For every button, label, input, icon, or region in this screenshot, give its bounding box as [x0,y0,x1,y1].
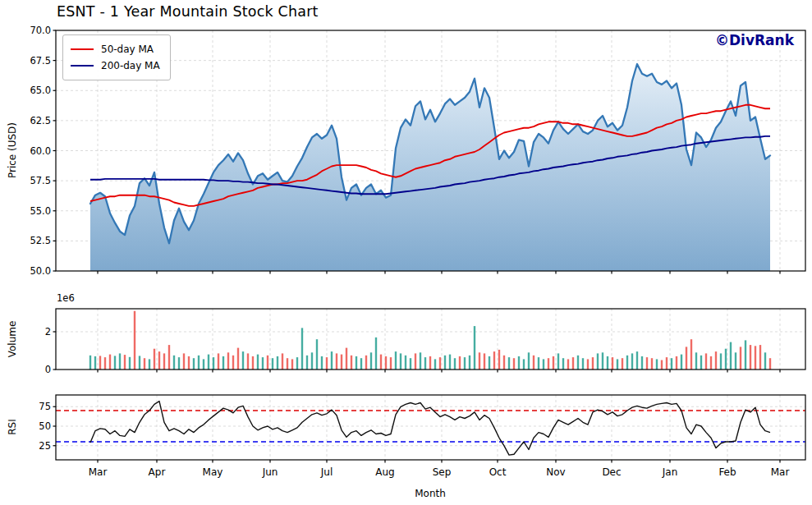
volume-bar [626,356,628,370]
volume-bar [474,326,475,370]
month-tick-label: Aug [367,466,403,478]
volume-bar [725,349,727,370]
volume-bar [617,359,618,370]
volume-bar [237,348,239,370]
volume-bar [523,359,525,370]
volume-bar [518,356,520,370]
month-tick-label: Dec [594,466,630,478]
volume-bar [114,356,116,370]
volume-bar [287,358,288,370]
volume-bar [291,359,293,370]
rsi-grid [56,395,805,460]
volume-bar [533,356,534,370]
volume-bar [587,359,589,370]
volume-bar [129,357,131,370]
volume-bar [385,356,387,370]
price-tick-label: 55.0 [18,205,51,217]
rsi-tick-label: 50 [18,420,51,432]
volume-bar [222,356,224,370]
volume-bar [316,339,318,370]
volume-bar [695,352,697,370]
volume-bar [390,357,392,370]
volume-bar [631,353,633,370]
volume-bar [459,356,461,370]
volume-bar [277,356,278,370]
volume-bar [267,356,268,370]
volume-tick-label: 0 [18,364,51,375]
ma50-line-swatch [71,48,94,50]
volume-bar [301,328,303,370]
month-tick-label: Jul [309,466,345,478]
volume-bar [572,357,574,370]
volume-bar [149,359,150,370]
month-tick-label: Feb [709,466,745,478]
month-tick-label: Nov [538,466,574,478]
volume-bar [666,357,667,370]
month-tick-label: Jun [252,466,288,478]
volume-bar [715,351,717,370]
volume-bar [577,356,579,370]
price-tick-label: 52.5 [18,235,51,246]
price-tick-label: 70.0 [18,25,51,36]
legend-item-ma200: 200-day MA [71,57,160,74]
volume-tick-label: 2 [18,326,51,337]
volume-bar [676,356,677,370]
legend-label-ma200: 200-day MA [101,60,160,71]
volume-bar [213,357,214,370]
volume-bar [252,356,254,370]
volume-bar [498,350,500,370]
chart-title: ESNT - 1 Year Mountain Stock Chart [57,3,319,20]
volume-bar [168,345,170,370]
volume-bar [764,352,766,370]
volume-bar [769,358,771,370]
volume-bar [700,356,702,370]
volume-bar [646,357,648,370]
month-tick-label: Apr [139,466,175,478]
volume-bar [306,356,308,370]
volume-bar [365,356,367,370]
volume-bar [193,358,195,370]
volume-bar [242,351,244,370]
volume-bar [395,351,397,370]
volume-axis-label: Volume [7,321,18,358]
volume-scale-offset: 1e6 [57,292,75,304]
ma200-line-swatch [71,65,94,67]
volume-bar [144,358,145,370]
volume-bar [227,352,229,370]
volume-bar [375,337,377,370]
volume-bar [109,355,111,370]
volume-bar [173,356,175,370]
volume-bar [656,359,658,370]
volume-bar [489,356,490,370]
volume-bar [720,353,722,370]
volume-bar [759,345,761,370]
volume-bar [602,352,603,370]
volume-bar [321,356,323,370]
volume-bar [567,359,569,370]
volume-bar [612,357,613,370]
volume-bar [454,358,456,370]
volume-bar [410,358,411,370]
volume-bar [538,357,539,370]
price-mountain-fill [90,64,770,271]
volume-bar [543,359,544,370]
volume-bar [415,353,416,370]
volume-bar [311,352,313,370]
volume-bar [597,353,599,370]
price-tick-label: 67.5 [18,55,51,67]
volume-bar [671,358,672,370]
volume-bar [513,358,515,370]
volume-bar [139,356,140,370]
volume-bar [380,355,382,370]
volume-bar [420,352,421,370]
volume-bar [203,359,204,370]
volume-bar [336,353,337,370]
divrank-watermark: ©DivRank [694,32,794,48]
volume-bar [400,353,401,370]
price-axis-label: Price (USD) [7,122,18,178]
volume-bar [503,356,505,370]
volume-bar [755,346,756,370]
volume-bar [582,358,584,370]
price-tick-label: 50.0 [18,265,51,277]
volume-bar [178,357,180,370]
